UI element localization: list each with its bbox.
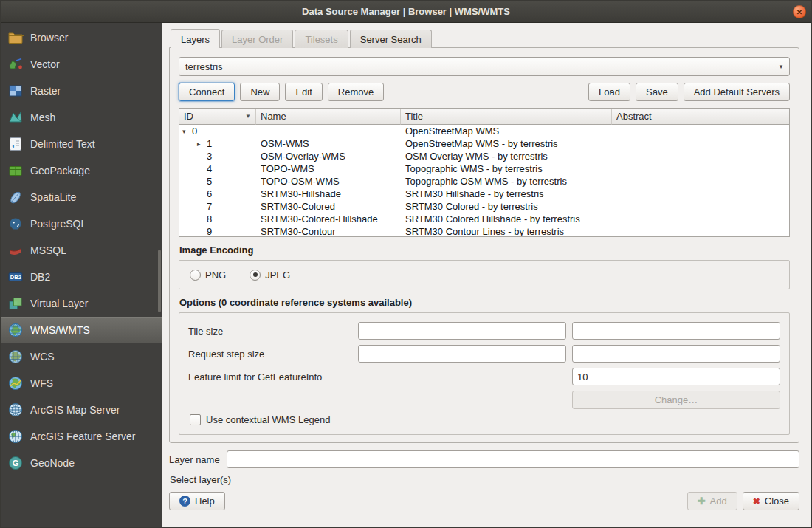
contextual-legend-checkbox-row[interactable]: Use contextual WMS Legend	[190, 414, 780, 425]
sidebar-item-list: BrowserVectorRasterMesh,Delimited TextGe…	[1, 24, 162, 476]
column-header-title[interactable]: Title	[401, 109, 612, 125]
add-button[interactable]: ✚ Add	[687, 492, 737, 510]
add-default-servers-button[interactable]: Add Default Servers	[684, 83, 790, 101]
tab-layer-order[interactable]: Layer Order	[221, 30, 293, 48]
sidebar-item-label: MSSQL	[30, 244, 66, 256]
table-row[interactable]: 8SRTM30-Colored-HillshadeSRTM30 Colored …	[179, 213, 789, 225]
sidebar-item-label: Raster	[30, 85, 61, 97]
sidebar-item-arcgis-map-server[interactable]: ArcGIS Map Server	[1, 397, 162, 423]
svg-text:,: ,	[12, 138, 15, 149]
expand-icon[interactable]: ▸	[197, 140, 207, 148]
feature-limit-label: Feature limit for GetFeatureInfo	[188, 371, 352, 383]
mssql-icon	[7, 242, 24, 258]
sidebar-item-postgresql[interactable]: PostgreSQL	[1, 210, 162, 237]
layer-title-cell: Topographic WMS - by terrestris	[401, 162, 612, 175]
table-row[interactable]: ▸1OSM-WMSOpenStreetMap WMS - by terrestr…	[179, 137, 789, 150]
radio-button-icon	[190, 270, 201, 281]
column-header-label: Title	[405, 111, 423, 122]
sidebar-item-label: Vector	[30, 58, 60, 70]
wfs-icon	[7, 375, 24, 391]
sidebar-item-mssql[interactable]: MSSQL	[1, 237, 162, 264]
table-row[interactable]: 5TOPO-OSM-WMSTopographic OSM WMS - by te…	[179, 175, 789, 188]
new-button[interactable]: New	[240, 83, 280, 101]
layer-id-cell: 9	[179, 225, 256, 237]
table-row[interactable]: ▾0OpenStreetMap WMS	[179, 125, 789, 137]
load-button[interactable]: Load	[588, 83, 630, 101]
sidebar-item-delimited-text[interactable]: ,Delimited Text	[1, 131, 162, 157]
change-crs-button[interactable]: Change…	[572, 391, 780, 409]
connect-button[interactable]: Connect	[179, 83, 235, 101]
sidebar-item-arcgis-feature-server[interactable]: ArcGIS Feature Server	[1, 423, 162, 450]
sidebar-item-browser[interactable]: Browser	[1, 24, 162, 51]
remove-button[interactable]: Remove	[328, 83, 384, 101]
request-step-row: Request step size	[188, 345, 780, 363]
server-connection-select[interactable]: terrestris ▾	[179, 57, 790, 76]
layer-name-row: Layer name	[169, 450, 799, 468]
sidebar-item-wms-wmts[interactable]: WMS/WMTS	[1, 317, 162, 343]
tab-server-search[interactable]: Server Search	[350, 30, 432, 48]
vector-icon	[7, 56, 24, 72]
window-close-icon: ✕	[796, 8, 802, 16]
table-body: ▾0OpenStreetMap WMS▸1OSM-WMSOpenStreetMa…	[179, 125, 789, 237]
sidebar-item-label: WFS	[30, 377, 53, 389]
checkbox-icon[interactable]	[190, 414, 201, 425]
layer-name-input[interactable]	[227, 450, 799, 468]
sidebar-item-raster[interactable]: Raster	[1, 78, 162, 104]
request-step-y-input[interactable]	[572, 345, 780, 363]
edit-button[interactable]: Edit	[285, 83, 322, 101]
radio-png[interactable]: PNG	[190, 270, 226, 281]
feature-limit-input[interactable]	[572, 368, 780, 385]
column-header-name[interactable]: Name	[256, 109, 401, 125]
tab-layers[interactable]: Layers	[171, 29, 220, 48]
titlebar[interactable]: Data Source Manager | Browser | WMS/WMTS…	[1, 1, 811, 23]
layer-title-cell: SRTM30 Colored Hillshade - by terrestris	[401, 213, 612, 225]
collapse-icon[interactable]: ▾	[182, 128, 192, 135]
table-row[interactable]: 3OSM-Overlay-WMSOSM Overlay WMS - by ter…	[179, 150, 789, 162]
table-row[interactable]: 9SRTM30-ContourSRTM30 Contour Lines - by…	[179, 225, 789, 237]
save-button[interactable]: Save	[636, 83, 678, 101]
layer-id-cell: 4	[179, 162, 256, 175]
sidebar-item-mesh[interactable]: Mesh	[1, 104, 162, 131]
feature-limit-row: Feature limit for GetFeatureInfo	[188, 368, 780, 385]
layer-id: 6	[207, 188, 212, 199]
tab-tilesets[interactable]: Tilesets	[295, 30, 348, 48]
sidebar-item-geonode[interactable]: GGeoNode	[1, 450, 162, 476]
sidebar-item-label: WCS	[30, 351, 55, 363]
geopackage-icon	[7, 162, 24, 179]
column-header-abstract[interactable]: Abstract	[612, 109, 789, 125]
table-row[interactable]: 6SRTM30-HillshadeSRTM30 Hillshade - by t…	[179, 188, 789, 200]
table-row[interactable]: 4TOPO-WMSTopographic WMS - by terrestris	[179, 162, 789, 175]
radio-jpeg[interactable]: JPEG	[250, 270, 290, 281]
sidebar-item-spatialite[interactable]: SpatiaLite	[1, 184, 162, 210]
sidebar-item-geopackage[interactable]: GeoPackage	[1, 157, 162, 184]
add-button-label: Add	[710, 496, 727, 507]
sidebar-item-db2[interactable]: DB2DB2	[1, 264, 162, 290]
layer-abstract-cell	[612, 200, 789, 213]
sidebar-item-virtual-layer[interactable]: Virtual Layer	[1, 290, 162, 317]
sidebar-item-label: Delimited Text	[30, 138, 95, 150]
layer-name-cell: TOPO-OSM-WMS	[256, 175, 401, 188]
sidebar-item-wfs[interactable]: WFS	[1, 370, 162, 397]
layer-id-cell: 7	[179, 200, 256, 213]
tile-height-input[interactable]	[572, 322, 780, 340]
layer-id: 5	[207, 176, 212, 187]
column-header-id[interactable]: ID▼	[179, 109, 256, 125]
request-step-x-input[interactable]	[358, 345, 566, 363]
close-button[interactable]: ✖ Close	[743, 492, 799, 510]
layer-abstract-cell	[612, 125, 789, 137]
sidebar-item-vector[interactable]: Vector	[1, 51, 162, 78]
status-text: Select layer(s)	[170, 474, 799, 485]
sidebar-item-wcs[interactable]: WCS	[1, 343, 162, 370]
help-button[interactable]: ? Help	[169, 492, 225, 510]
dialog-button-row: ? Help ✚ Add ✖ Close	[169, 492, 799, 510]
layer-name-cell: OSM-Overlay-WMS	[256, 150, 401, 162]
table-row[interactable]: 7SRTM30-ColoredSRTM30 Colored - by terre…	[179, 200, 789, 213]
sidebar-item-label: GeoNode	[30, 457, 75, 469]
provider-sidebar: BrowserVectorRasterMesh,Delimited TextGe…	[1, 23, 162, 527]
sidebar-scrollbar[interactable]	[158, 250, 161, 312]
crs-change-row: Change…	[188, 391, 780, 409]
tile-width-input[interactable]	[358, 322, 566, 340]
layer-name-cell: OSM-WMS	[256, 137, 401, 150]
window-close-button[interactable]: ✕	[793, 5, 806, 18]
layer-title-cell: SRTM30 Contour Lines - by terrestris	[401, 225, 612, 237]
